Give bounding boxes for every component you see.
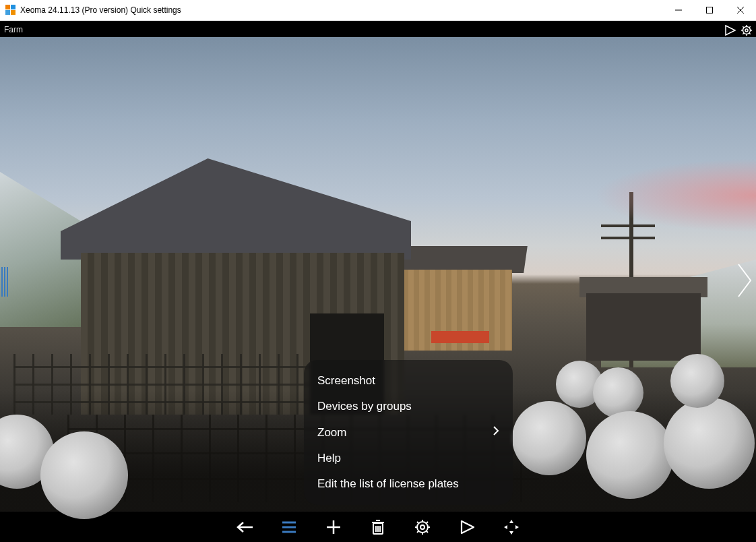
menu-item-devices-by-groups[interactable]: Devices by groups	[304, 394, 513, 419]
svg-line-12	[749, 33, 751, 34]
add-button[interactable]	[324, 518, 343, 537]
menu-item-edit-license-plates[interactable]: Edit the list of license plates	[304, 471, 513, 497]
back-button[interactable]	[235, 518, 254, 537]
menu-item-help[interactable]: Help	[304, 446, 513, 471]
svg-marker-37	[462, 521, 474, 533]
svg-point-27	[417, 522, 428, 533]
window-title: Xeoma 24.11.13 (Pro version) Quick setti…	[20, 5, 181, 15]
svg-marker-40	[504, 525, 507, 529]
maximize-button[interactable]	[694, 0, 725, 20]
menu-item-zoom[interactable]: Zoom	[304, 419, 513, 446]
prev-camera-button[interactable]	[1, 267, 8, 297]
play-icon[interactable]	[725, 25, 737, 38]
camera-label: Farm	[4, 25, 23, 34]
play-button[interactable]	[458, 518, 476, 537]
svg-marker-39	[509, 531, 513, 535]
svg-marker-4	[726, 26, 735, 35]
svg-marker-41	[515, 525, 519, 529]
menu-item-label: Devices by groups	[317, 400, 412, 413]
move-button[interactable]	[502, 518, 521, 537]
settings-button[interactable]	[413, 518, 432, 537]
close-button[interactable]	[725, 0, 756, 20]
svg-line-36	[417, 531, 418, 533]
chevron-right-icon	[493, 425, 499, 440]
svg-line-33	[417, 522, 418, 523]
svg-line-34	[427, 531, 428, 533]
svg-marker-38	[509, 520, 513, 523]
app-icon	[5, 5, 16, 16]
minimize-button[interactable]	[663, 0, 694, 20]
menu-item-screenshot[interactable]: Screenshot	[304, 368, 513, 394]
svg-line-11	[743, 26, 744, 28]
context-menu: Screenshot Devices by groups Zoom Help E…	[304, 360, 513, 505]
window-titlebar: Xeoma 24.11.13 (Pro version) Quick setti…	[0, 0, 756, 21]
next-camera-button[interactable]	[736, 262, 753, 302]
menu-item-label: Help	[317, 452, 341, 465]
menu-item-label: Screenshot	[317, 374, 375, 388]
svg-line-35	[427, 522, 428, 523]
layouts-button[interactable]	[280, 518, 298, 537]
camera-viewport[interactable]: Farm Screenshot	[0, 21, 756, 542]
svg-point-28	[420, 525, 424, 529]
delete-button[interactable]	[369, 518, 387, 537]
svg-rect-1	[707, 7, 713, 13]
svg-point-6	[745, 29, 748, 32]
svg-line-13	[749, 26, 751, 28]
menu-item-label: Edit the list of license plates	[317, 477, 459, 491]
menu-item-label: Zoom	[317, 426, 346, 440]
bottom-toolbar	[0, 512, 756, 542]
gear-icon[interactable]	[741, 25, 752, 38]
svg-line-14	[743, 33, 744, 34]
